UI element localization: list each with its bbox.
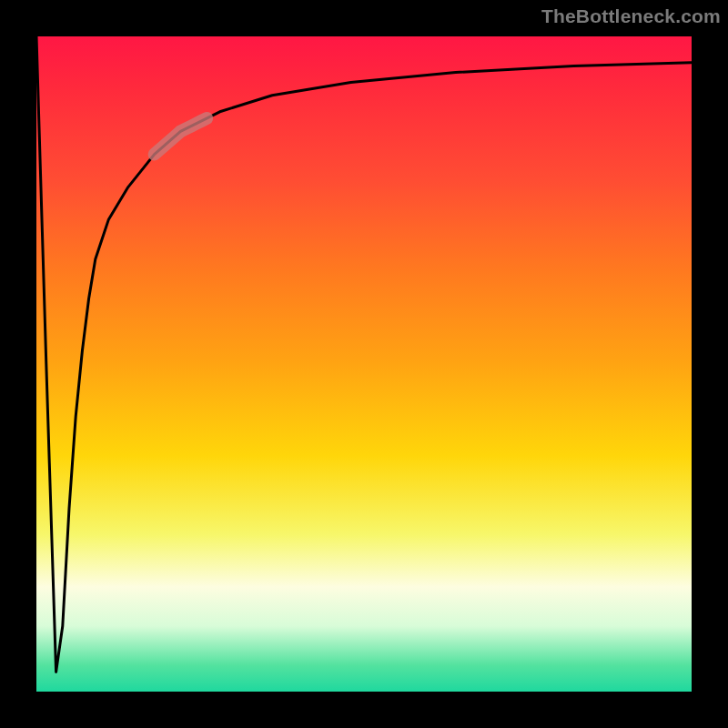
watermark-label: TheBottleneck.com (541, 5, 721, 27)
plot-area (36, 36, 692, 692)
bottleneck-curve (36, 36, 692, 672)
highlight-segment (155, 118, 207, 155)
curve-svg (36, 36, 692, 692)
chart-frame: TheBottleneck.com (0, 0, 728, 728)
